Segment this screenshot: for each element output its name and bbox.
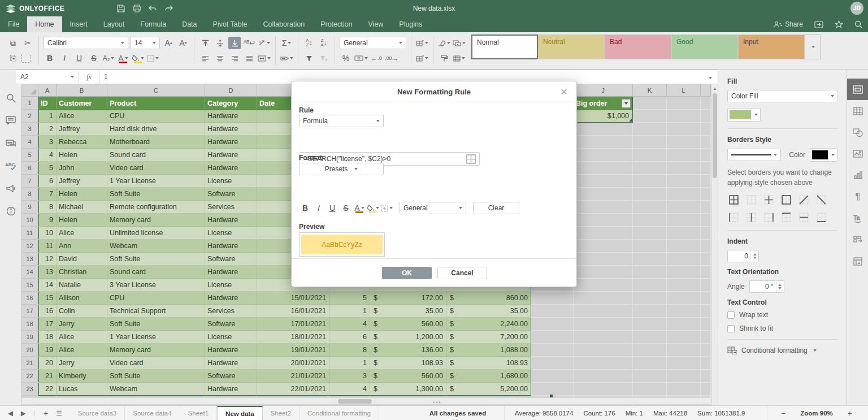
cell-I21[interactable] xyxy=(531,357,574,370)
cell-B10[interactable]: Helen xyxy=(57,214,107,227)
cell-D6[interactable]: Hardware xyxy=(205,162,257,175)
cell-X18[interactable] xyxy=(701,318,711,331)
cell-X12[interactable] xyxy=(701,240,711,253)
cell-F21[interactable]: 1 xyxy=(329,357,370,370)
dialog-borders-button[interactable] xyxy=(380,202,393,214)
column-header-A[interactable]: A xyxy=(38,84,57,97)
cell-D20[interactable]: Hardware xyxy=(205,344,257,357)
cell-K23[interactable] xyxy=(633,383,667,396)
row-header-2[interactable]: 2 xyxy=(21,110,38,123)
cell-K2[interactable] xyxy=(633,110,667,123)
open-file-location-button[interactable] xyxy=(814,21,823,28)
cell-D1[interactable]: Category xyxy=(205,97,257,110)
cell-name-box[interactable]: A2 xyxy=(16,70,79,84)
border-top-button[interactable] xyxy=(780,211,792,223)
cell-D16[interactable]: Hardware xyxy=(205,292,257,305)
chat-panel-icon[interactable] xyxy=(0,132,21,154)
cell-J3[interactable] xyxy=(574,123,633,136)
cell-B4[interactable]: Rebecca xyxy=(57,136,107,149)
autosum-button[interactable]: Σ xyxy=(280,37,293,49)
cell-D13[interactable]: Software xyxy=(205,253,257,266)
border-inside-button[interactable] xyxy=(762,193,775,206)
cell-style-normal[interactable]: Normal xyxy=(471,34,538,59)
cell-C14[interactable]: Sound card xyxy=(107,266,205,279)
cell-X22[interactable] xyxy=(701,370,711,383)
cell-J20[interactable] xyxy=(574,344,633,357)
cell-A12[interactable]: 11 xyxy=(38,240,57,253)
cell-C3[interactable]: Hard disk drive xyxy=(107,123,205,136)
cell-B15[interactable]: Natalie xyxy=(57,279,107,292)
cell-A18[interactable]: 17 xyxy=(38,318,57,331)
cell-B3[interactable]: Jeffrey xyxy=(57,123,107,136)
row-header-21[interactable]: 21 xyxy=(21,357,38,370)
cell-E20[interactable]: 19/01/2021 xyxy=(257,344,329,357)
copy-style-button[interactable] xyxy=(453,37,466,49)
sheet-tab-source-data4[interactable]: Source data4 xyxy=(125,406,180,420)
cell-C13[interactable]: Soft Suite xyxy=(107,253,205,266)
italic-button[interactable]: I xyxy=(58,52,71,64)
cell-A19[interactable]: 18 xyxy=(38,331,57,344)
cell-L5[interactable] xyxy=(667,149,701,162)
cell-C18[interactable]: Soft Suite xyxy=(107,318,205,331)
cut-button[interactable]: ✂ xyxy=(21,37,34,49)
border-style-select[interactable] xyxy=(727,149,781,161)
cell-X5[interactable] xyxy=(701,149,711,162)
increase-decimal-button[interactable]: .00→ xyxy=(385,52,399,64)
named-ranges-button[interactable] xyxy=(280,52,293,64)
cell-G17[interactable]: $35.00 xyxy=(370,305,446,318)
cell-C22[interactable]: Soft Suite xyxy=(107,370,205,383)
cell-J23[interactable] xyxy=(574,383,633,396)
cell-G20[interactable]: $136.00 xyxy=(370,344,446,357)
cell-J14[interactable] xyxy=(574,266,633,279)
cell-D3[interactable]: Hardware xyxy=(205,123,257,136)
sort-descending-button[interactable]: ZA↓ xyxy=(318,37,330,49)
align-middle-button[interactable] xyxy=(214,37,226,49)
cell-X8[interactable] xyxy=(701,188,711,201)
column-header-D[interactable]: D xyxy=(205,84,257,97)
cell-D19[interactable]: License xyxy=(205,331,257,344)
image-settings-tab-icon[interactable] xyxy=(847,143,868,164)
cell-K10[interactable] xyxy=(633,214,667,227)
cell-C11[interactable]: Unlimited license xyxy=(107,227,205,240)
cell-A11[interactable]: 10 xyxy=(38,227,57,240)
cell-C5[interactable]: Sound card xyxy=(107,149,205,162)
horizontal-scroll-thumb[interactable] xyxy=(338,399,372,404)
cell-X17[interactable] xyxy=(701,305,711,318)
cell-L13[interactable] xyxy=(667,253,701,266)
align-center-button[interactable] xyxy=(214,52,226,64)
cell-B13[interactable]: David xyxy=(57,253,107,266)
dialog-close-icon[interactable]: ✕ xyxy=(558,86,570,97)
font-size-select[interactable]: 14 xyxy=(131,37,160,49)
cell-J1[interactable]: Big order xyxy=(574,97,633,110)
cell-J16[interactable] xyxy=(574,292,633,305)
cell-C23[interactable]: Webcam xyxy=(107,383,205,396)
cell-L8[interactable] xyxy=(667,188,701,201)
cell-D5[interactable]: Hardware xyxy=(205,149,257,162)
fill-handle[interactable] xyxy=(550,395,553,397)
border-center-v-button[interactable] xyxy=(745,211,757,223)
cell-E16[interactable]: 15/01/2021 xyxy=(257,292,329,305)
cell-J7[interactable] xyxy=(574,175,633,188)
cell-D4[interactable]: Hardware xyxy=(205,136,257,149)
cell-H21[interactable]: $108.93 xyxy=(446,357,531,370)
dialog-strikethrough-button[interactable]: S xyxy=(340,202,352,214)
menu-tab-pivot-table[interactable]: Pivot Table xyxy=(205,16,255,32)
cell-C8[interactable]: Soft Suite xyxy=(107,188,205,201)
cell-L2[interactable] xyxy=(667,110,701,123)
cell-A13[interactable]: 12 xyxy=(38,253,57,266)
cell-J19[interactable] xyxy=(574,331,633,344)
cell-B12[interactable]: Ann xyxy=(57,240,107,253)
row-header-5[interactable]: 5 xyxy=(21,149,38,162)
cell-F22[interactable]: 3 xyxy=(329,370,370,383)
cell-H17[interactable]: $35.00 xyxy=(446,305,531,318)
cell-I18[interactable] xyxy=(531,318,574,331)
cell-J15[interactable] xyxy=(574,279,633,292)
dialog-fill-color-button[interactable] xyxy=(367,202,379,214)
cell-C1[interactable]: Product xyxy=(107,97,205,110)
cell-K17[interactable] xyxy=(633,305,667,318)
dialog-header[interactable]: New Formatting Rule ✕ xyxy=(292,81,576,102)
cell-F16[interactable]: 5 xyxy=(329,292,370,305)
cell-K1[interactable] xyxy=(633,97,667,110)
row-header-4[interactable]: 4 xyxy=(21,136,38,149)
cell-L15[interactable] xyxy=(667,279,701,292)
